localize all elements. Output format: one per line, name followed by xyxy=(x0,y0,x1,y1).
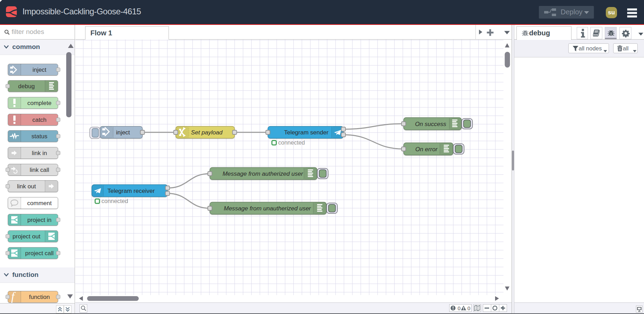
svg-text:0: 0 xyxy=(467,305,470,311)
svg-text:inject: inject xyxy=(116,129,130,136)
svg-text:0: 0 xyxy=(458,305,460,311)
svg-text:connected: connected xyxy=(278,139,305,146)
svg-text:connected: connected xyxy=(102,198,128,204)
svg-text:On success: On success xyxy=(415,121,446,127)
svg-text:On error: On error xyxy=(415,146,438,153)
svg-text:Telegram receiver: Telegram receiver xyxy=(107,188,155,194)
svg-text:Message from autherized user: Message from autherized user xyxy=(222,170,303,177)
svg-text:Set payload: Set payload xyxy=(191,129,222,136)
svg-text:Message from unautherized user: Message from unautherized user xyxy=(224,205,311,212)
svg-text:Telegram sender: Telegram sender xyxy=(284,129,329,136)
